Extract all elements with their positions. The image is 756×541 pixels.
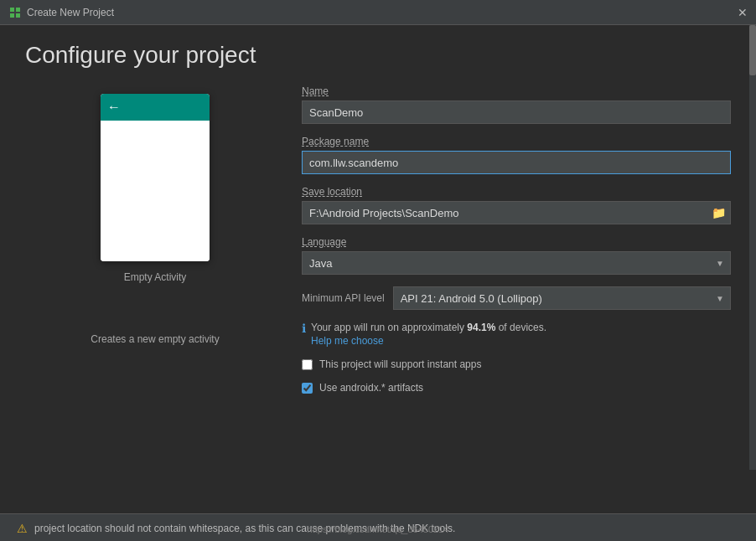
- language-group: Language Java Kotlin ▼: [302, 236, 731, 275]
- info-icon: ℹ: [302, 322, 306, 335]
- save-location-label: Save location: [302, 186, 731, 198]
- name-group: Name: [302, 85, 731, 124]
- api-select[interactable]: API 16: Android 4.1 (Jelly Bean) API 17:…: [393, 286, 731, 310]
- svg-rect-1: [16, 8, 20, 12]
- device-body: [101, 121, 210, 261]
- package-group: Package name: [302, 136, 731, 174]
- androidx-checkbox[interactable]: [302, 383, 313, 394]
- title-bar-text: Create New Project: [27, 7, 114, 18]
- save-location-input-wrapper: 📁: [302, 201, 731, 224]
- device-toolbar: ←: [101, 94, 210, 121]
- info-text: Your app will run on approximately 94.1%…: [311, 322, 546, 333]
- name-input[interactable]: [302, 100, 731, 124]
- language-select[interactable]: Java Kotlin: [302, 251, 731, 275]
- title-bar: Create New Project ✕: [0, 0, 756, 25]
- right-panel: Name Package name Save location 📁 Langua…: [285, 85, 731, 505]
- scrollbar[interactable]: [749, 25, 756, 470]
- app-icon: [8, 6, 22, 19]
- info-content: Your app will run on approximately 94.1%…: [311, 322, 546, 347]
- api-select-wrapper: API 16: Android 4.1 (Jelly Bean) API 17:…: [393, 286, 731, 310]
- package-label: Package name: [302, 136, 731, 147]
- min-api-label: Minimum API level: [302, 292, 385, 304]
- activity-description: Creates a new empty activity: [74, 333, 236, 345]
- info-row: ℹ Your app will run on approximately 94.…: [302, 322, 731, 347]
- api-row: Minimum API level API 16: Android 4.1 (J…: [302, 286, 731, 310]
- watermark: https://blog.csdn.net/qq_36450214: [308, 524, 449, 534]
- warning-icon: ⚠: [17, 522, 28, 535]
- svg-rect-3: [16, 13, 20, 18]
- language-label: Language: [302, 236, 731, 248]
- language-select-wrapper: Java Kotlin ▼: [302, 251, 731, 275]
- close-button[interactable]: ✕: [738, 7, 748, 18]
- back-arrow-icon: ←: [107, 100, 121, 115]
- device-preview: ←: [101, 94, 210, 261]
- androidx-label: Use androidx.* artifacts: [319, 382, 423, 394]
- save-location-input[interactable]: [302, 201, 731, 224]
- left-panel: ← Empty Activity Creates a new empty act…: [25, 85, 285, 505]
- instant-apps-row: This project will support instant apps: [302, 358, 731, 370]
- instant-apps-label: This project will support instant apps: [319, 358, 481, 370]
- help-me-choose-link[interactable]: Help me choose: [311, 335, 546, 347]
- save-location-group: Save location 📁: [302, 186, 731, 224]
- name-label: Name: [302, 85, 731, 97]
- folder-icon: 📁: [712, 206, 726, 219]
- scrollbar-thumb[interactable]: [749, 25, 756, 75]
- package-input[interactable]: [302, 151, 731, 174]
- activity-label: Empty Activity: [124, 271, 187, 283]
- androidx-row: Use androidx.* artifacts: [302, 382, 731, 394]
- instant-apps-checkbox[interactable]: [302, 359, 313, 370]
- svg-rect-2: [10, 13, 14, 18]
- main-content: ← Empty Activity Creates a new empty act…: [0, 69, 756, 513]
- svg-rect-0: [10, 8, 14, 12]
- page-heading: Configure your project: [0, 25, 756, 69]
